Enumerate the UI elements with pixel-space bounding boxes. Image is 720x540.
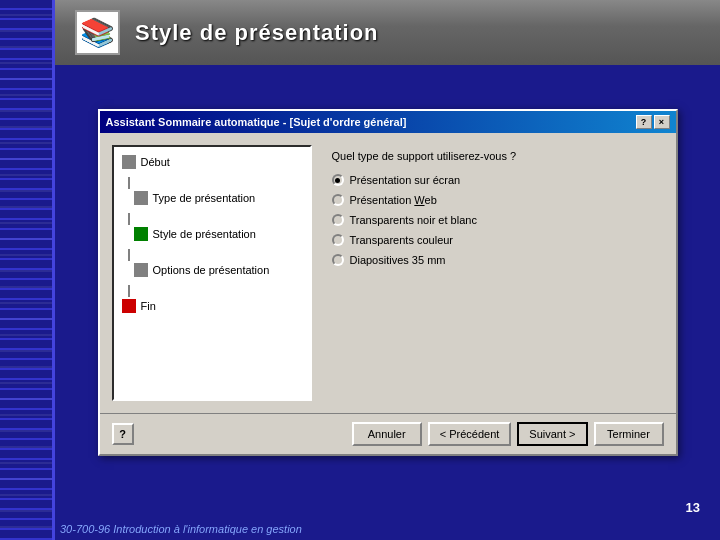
suivant-button[interactable]: Suivant >	[517, 422, 587, 446]
tree-item-options: Options de présentation	[134, 263, 302, 277]
radio-item-transparents-nb[interactable]: Transparents noir et blanc	[332, 214, 654, 226]
left-decorative-pattern	[0, 0, 55, 540]
dialog-titlebar: Assistant Sommaire automatique - [Sujet …	[100, 111, 676, 133]
radio-label-web: Présentation Web	[350, 194, 437, 206]
radio-label-ecran: Présentation sur écran	[350, 174, 461, 186]
dialog-title: Assistant Sommaire automatique - [Sujet …	[106, 116, 407, 128]
tree-item-debut: Début	[122, 155, 302, 169]
titlebar-buttons: ? ×	[636, 115, 670, 129]
main-area: Assistant Sommaire automatique - [Sujet …	[55, 65, 720, 540]
tree-item-style: Style de présentation	[134, 227, 302, 241]
tree-icon-debut	[122, 155, 136, 169]
header-bar: 📚 Style de présentation	[55, 0, 720, 65]
radio-item-transparents-couleur[interactable]: Transparents couleur	[332, 234, 654, 246]
radio-item-web[interactable]: Présentation Web	[332, 194, 654, 206]
radio-item-diapositives[interactable]: Diapositives 35 mm	[332, 254, 654, 266]
footer-text: 30-700-96 Introduction à l'informatique …	[60, 523, 302, 535]
radio-diapositives[interactable]	[332, 254, 344, 266]
options-panel: Quel type de support utiliserez-vous ? P…	[322, 145, 664, 401]
radio-label-transparents-couleur: Transparents couleur	[350, 234, 454, 246]
tree-icon-type	[134, 191, 148, 205]
radio-ecran[interactable]	[332, 174, 344, 186]
tree-label-type: Type de présentation	[153, 192, 256, 204]
outline-tree-panel: Début Type de présentation	[112, 145, 312, 401]
annuler-button[interactable]: Annuler	[352, 422, 422, 446]
close-titlebar-button[interactable]: ×	[654, 115, 670, 129]
radio-transparents-couleur[interactable]	[332, 234, 344, 246]
radio-label-diapositives: Diapositives 35 mm	[350, 254, 446, 266]
tree-label-options: Options de présentation	[153, 264, 270, 276]
dialog-body: Début Type de présentation	[100, 133, 676, 413]
tree-icon-options	[134, 263, 148, 277]
terminer-button[interactable]: Terminer	[594, 422, 664, 446]
precedent-button[interactable]: < Précédent	[428, 422, 512, 446]
tree-label-style: Style de présentation	[153, 228, 256, 240]
footer-buttons: Annuler < Précédent Suivant > Terminer	[352, 422, 664, 446]
radio-item-ecran[interactable]: Présentation sur écran	[332, 174, 654, 186]
dialog-window: Assistant Sommaire automatique - [Sujet …	[98, 109, 678, 456]
page-number: 13	[686, 500, 700, 515]
footer-left: ?	[112, 423, 134, 445]
radio-group: Présentation sur écran Présentation Web …	[332, 174, 654, 266]
dialog-footer: ? Annuler < Précédent Suivant > Terminer	[100, 413, 676, 454]
radio-transparents-nb[interactable]	[332, 214, 344, 226]
tree-icon-fin	[122, 299, 136, 313]
tree-item-fin: Fin	[122, 299, 302, 313]
header-icon: 📚	[75, 10, 120, 55]
tree-label-fin: Fin	[141, 300, 156, 312]
question-text: Quel type de support utiliserez-vous ?	[332, 150, 654, 162]
help-button[interactable]: ?	[112, 423, 134, 445]
tree-label-debut: Début	[141, 156, 170, 168]
tree-item-type: Type de présentation	[134, 191, 302, 205]
radio-label-transparents-nb: Transparents noir et blanc	[350, 214, 477, 226]
help-titlebar-button[interactable]: ?	[636, 115, 652, 129]
radio-web[interactable]	[332, 194, 344, 206]
page-title: Style de présentation	[135, 20, 379, 46]
tree-icon-style	[134, 227, 148, 241]
